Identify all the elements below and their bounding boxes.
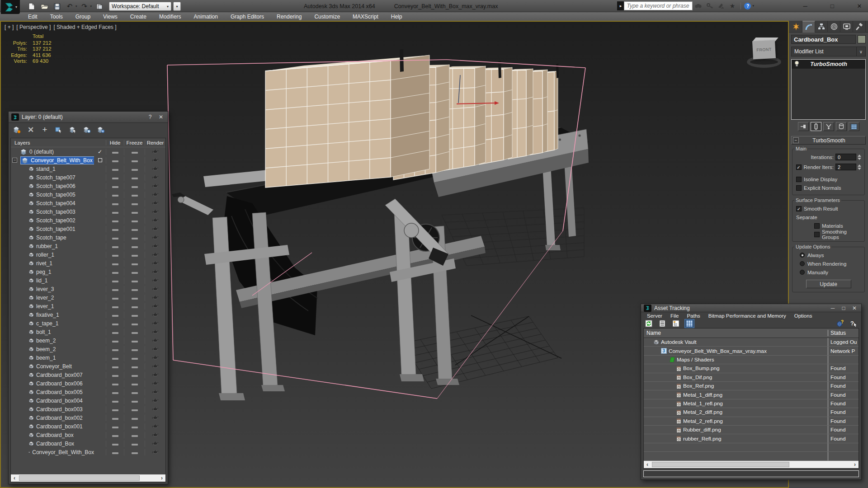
freeze-toggle[interactable] — [124, 312, 145, 318]
menu-item-views[interactable]: Views — [97, 12, 124, 21]
always-radio[interactable] — [800, 253, 805, 258]
tab-hierarchy-icon[interactable] — [815, 21, 828, 33]
hide-toggle[interactable] — [106, 432, 124, 438]
hide-toggle[interactable] — [106, 217, 124, 224]
workspace-dropdown[interactable]: Workspace: Default ▾ — [109, 2, 171, 11]
hide-toggle[interactable] — [106, 226, 124, 232]
hide-toggle[interactable] — [106, 398, 124, 404]
freeze-toggle[interactable] — [124, 303, 145, 310]
infocenter-search-input[interactable]: Type a keyword or phrase — [624, 1, 693, 10]
menu-item-create[interactable]: Create — [124, 12, 153, 21]
render-toggle[interactable] — [145, 174, 165, 181]
help-menu[interactable]: ? ▾ — [741, 3, 754, 9]
hierarchy-view-icon[interactable] — [671, 319, 681, 328]
column-render[interactable]: Render — [145, 140, 165, 145]
object-row[interactable]: lid_1 — [11, 276, 165, 285]
render-toggle[interactable] — [145, 329, 165, 335]
make-unique-icon[interactable] — [823, 122, 834, 131]
freeze-toggle[interactable] — [124, 363, 145, 370]
hide-toggle[interactable] — [106, 166, 124, 172]
render-toggle[interactable] — [145, 389, 165, 395]
pin-stack-icon[interactable] — [798, 122, 809, 131]
render-iters-field[interactable]: 2 — [835, 164, 856, 170]
render-toggle[interactable] — [145, 363, 165, 370]
freeze-toggle[interactable] — [124, 209, 145, 215]
freeze-toggle[interactable] — [124, 406, 145, 413]
dialog-close-button[interactable]: ✕ — [850, 305, 859, 311]
hide-toggle[interactable] — [106, 295, 124, 301]
freeze-toggle[interactable] — [124, 183, 145, 189]
collapse-expander[interactable]: − — [12, 158, 17, 163]
viewport-general-menu[interactable]: [ + ] — [5, 24, 14, 30]
hide-toggle[interactable] — [106, 243, 124, 249]
isoline-display-checkbox[interactable] — [796, 177, 802, 182]
smoothing-groups-checkbox[interactable] — [814, 232, 820, 237]
scroll-right-icon[interactable]: › — [158, 475, 165, 481]
hide-toggle[interactable] — [106, 423, 124, 430]
dialog-close-button[interactable]: ✕ — [157, 114, 165, 120]
object-row[interactable]: roller_1 — [11, 250, 165, 259]
freeze-toggle[interactable] — [124, 329, 145, 335]
tab-display-icon[interactable] — [840, 21, 853, 33]
hide-toggle[interactable] — [106, 320, 124, 327]
render-toggle[interactable] — [145, 269, 165, 275]
hide-toggle[interactable] — [106, 200, 124, 206]
asset-menu-item-options[interactable]: Options — [790, 313, 816, 319]
asset-row[interactable]: Metal_1_diff.pngFound — [644, 390, 859, 399]
column-freeze[interactable]: Freeze — [124, 140, 145, 145]
tab-motion-icon[interactable] — [828, 21, 840, 33]
freeze-toggle[interactable] — [124, 380, 145, 387]
menu-item-rendering[interactable]: Rendering — [270, 12, 308, 21]
scroll-thumb[interactable] — [652, 462, 789, 467]
layer-properties-icon[interactable] — [95, 125, 106, 135]
render-toggle[interactable] — [145, 346, 165, 352]
object-row[interactable]: c_tape_1 — [11, 319, 165, 328]
object-row[interactable]: Cardboard_box004 — [11, 396, 165, 405]
hide-toggle[interactable] — [106, 363, 124, 370]
application-menu-button[interactable]: ▾ — [1, 0, 20, 14]
object-row[interactable]: fixative_1 — [11, 310, 165, 319]
select-layer-by-object-icon[interactable] — [67, 125, 78, 135]
turbosmooth-rollout-header[interactable]: − TurboSmooth — [791, 136, 866, 145]
asset-menu-item-server[interactable]: Server — [643, 313, 666, 319]
object-row[interactable]: Scotch_tape003 — [11, 207, 165, 216]
hide-toggle[interactable] — [106, 380, 124, 387]
scroll-left-icon[interactable]: ‹ — [644, 461, 651, 468]
freeze-toggle[interactable] — [124, 200, 145, 206]
render-toggle[interactable] — [145, 449, 165, 455]
render-toggle[interactable] — [145, 415, 165, 421]
hide-toggle[interactable] — [106, 149, 124, 155]
lightbulb-icon[interactable] — [794, 61, 799, 68]
column-layers[interactable]: Layers — [11, 140, 94, 145]
object-row[interactable]: rubber_1 — [11, 242, 165, 250]
close-button[interactable]: ✕ — [855, 3, 863, 9]
freeze-toggle[interactable] — [124, 346, 145, 352]
hide-toggle[interactable] — [106, 260, 124, 267]
render-toggle[interactable] — [145, 260, 165, 267]
freeze-toggle[interactable] — [124, 166, 145, 172]
open-file-icon[interactable] — [39, 1, 50, 11]
object-row[interactable]: lever_2 — [11, 293, 165, 302]
object-row[interactable]: Cardboard_box006 — [11, 379, 165, 388]
object-name-field[interactable]: Cardboard_Box — [791, 35, 856, 44]
modifier-stack-item[interactable]: TurboSmooth — [792, 60, 865, 69]
freeze-toggle[interactable] — [124, 226, 145, 232]
asset-table-header[interactable]: Name Status — [644, 328, 859, 338]
layer-row[interactable]: −Conveyor_Belt_With_Box — [11, 156, 165, 164]
render-toggle[interactable] — [145, 209, 165, 215]
tab-utilities-icon[interactable] — [853, 21, 866, 33]
layer-list-hscrollbar[interactable]: ‹ › — [11, 474, 165, 482]
render-toggle[interactable] — [145, 192, 165, 198]
render-toggle[interactable] — [145, 226, 165, 232]
search-arrow-icon[interactable]: ▸ — [617, 1, 624, 10]
asset-tracking-titlebar[interactable]: Asset Tracking ─ □ ✕ — [641, 304, 861, 312]
freeze-toggle[interactable] — [124, 449, 145, 455]
minimize-button[interactable]: ─ — [801, 3, 809, 9]
menu-item-tools[interactable]: Tools — [44, 12, 69, 21]
project-folder-icon[interactable] — [94, 1, 104, 11]
materials-checkbox[interactable] — [814, 223, 820, 229]
render-toggle[interactable] — [145, 312, 165, 318]
freeze-toggle[interactable] — [124, 243, 145, 249]
object-row[interactable]: Scotch_tape002 — [11, 216, 165, 225]
render-toggle[interactable] — [145, 338, 165, 344]
